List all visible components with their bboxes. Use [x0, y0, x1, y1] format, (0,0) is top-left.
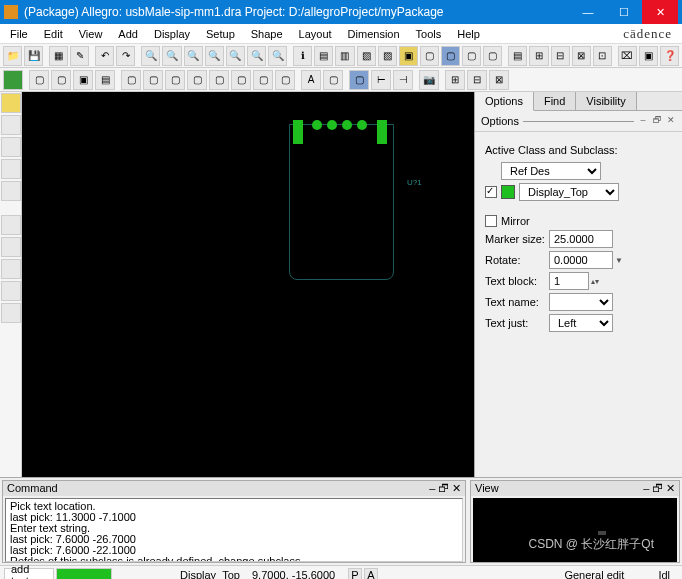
menu-layout[interactable]: Layout: [291, 26, 340, 42]
maximize-button[interactable]: ☐: [606, 0, 642, 24]
tool-icon[interactable]: [1, 237, 21, 257]
open-icon[interactable]: 📁: [3, 46, 22, 66]
command-log[interactable]: Pick text location. last pick: 11.3000 -…: [5, 498, 463, 562]
color-chip[interactable]: [501, 185, 515, 199]
tool-icon[interactable]: ▢: [51, 70, 71, 90]
tool-icon[interactable]: ▧: [357, 46, 376, 66]
status-p-button[interactable]: P: [348, 568, 362, 580]
tool-icon[interactable]: ⊠: [572, 46, 591, 66]
tool-icon[interactable]: [1, 181, 21, 201]
tool-icon[interactable]: ⊠: [489, 70, 509, 90]
panel-close-icon[interactable]: ✕: [452, 482, 461, 495]
tool-icon[interactable]: ▤: [314, 46, 333, 66]
zoom-fit-icon[interactable]: 🔍: [184, 46, 203, 66]
tool-icon[interactable]: [1, 259, 21, 279]
tool-icon[interactable]: ▢: [483, 46, 502, 66]
tool-icon[interactable]: ▢: [323, 70, 343, 90]
minimize-button[interactable]: —: [570, 0, 606, 24]
tool-icon[interactable]: ▣: [399, 46, 418, 66]
tool-icon[interactable]: ▢: [231, 70, 251, 90]
tool-icon[interactable]: ▢: [143, 70, 163, 90]
menu-tools[interactable]: Tools: [408, 26, 450, 42]
tool-icon[interactable]: ⊢: [371, 70, 391, 90]
zoom-in-icon[interactable]: 🔍: [141, 46, 160, 66]
tool-icon[interactable]: ▢: [275, 70, 295, 90]
subclass-select[interactable]: Display_Top: [519, 183, 619, 201]
subclass-checkbox[interactable]: [485, 186, 497, 198]
zoom-icon[interactable]: 🔍: [205, 46, 224, 66]
tool-icon[interactable]: ⊟: [467, 70, 487, 90]
camera-icon[interactable]: 📷: [419, 70, 439, 90]
status-a-button[interactable]: A: [364, 568, 378, 580]
tool-icon[interactable]: ▨: [378, 46, 397, 66]
zoom-icon[interactable]: 🔍: [247, 46, 266, 66]
tab-options[interactable]: Options: [475, 92, 534, 111]
tab-visibility[interactable]: Visibility: [576, 92, 637, 110]
save-icon[interactable]: 💾: [24, 46, 43, 66]
tool-icon[interactable]: ▢: [253, 70, 273, 90]
tool-icon[interactable]: ⌧: [618, 46, 637, 66]
tool-icon[interactable]: ▤: [508, 46, 527, 66]
help-icon[interactable]: ❓: [660, 46, 679, 66]
tool-icon[interactable]: ▢: [349, 70, 369, 90]
panel-min-icon[interactable]: –: [638, 115, 648, 127]
panel-min-icon[interactable]: –: [643, 482, 649, 495]
menu-file[interactable]: File: [2, 26, 36, 42]
text-name-select[interactable]: [549, 293, 613, 311]
tool-icon[interactable]: ▣: [639, 46, 658, 66]
class-select[interactable]: Ref Des: [501, 162, 601, 180]
tool-icon[interactable]: ▦: [49, 46, 68, 66]
panel-float-icon[interactable]: 🗗: [438, 482, 449, 495]
menu-setup[interactable]: Setup: [198, 26, 243, 42]
menu-shape[interactable]: Shape: [243, 26, 291, 42]
menu-add[interactable]: Add: [110, 26, 146, 42]
menu-display[interactable]: Display: [146, 26, 198, 42]
tool-icon[interactable]: [1, 281, 21, 301]
tool-icon[interactable]: ▢: [165, 70, 185, 90]
tool-icon[interactable]: ▣: [73, 70, 93, 90]
zoom-icon[interactable]: 🔍: [226, 46, 245, 66]
tool-icon[interactable]: A: [301, 70, 321, 90]
design-canvas[interactable]: U?1: [22, 92, 474, 477]
view-canvas[interactable]: [473, 498, 677, 562]
menu-help[interactable]: Help: [449, 26, 488, 42]
info-icon[interactable]: ℹ: [293, 46, 312, 66]
panel-float-icon[interactable]: 🗗: [652, 115, 662, 127]
tool-icon[interactable]: [1, 159, 21, 179]
tool-icon[interactable]: [1, 93, 21, 113]
tool-icon[interactable]: [1, 115, 21, 135]
tool-icon[interactable]: ▤: [95, 70, 115, 90]
tool-icon[interactable]: ▢: [462, 46, 481, 66]
mirror-checkbox[interactable]: [485, 215, 497, 227]
tool-icon[interactable]: ✎: [70, 46, 89, 66]
redo-icon[interactable]: ↷: [116, 46, 135, 66]
panel-float-icon[interactable]: 🗗: [652, 482, 663, 495]
panel-close-icon[interactable]: ✕: [666, 482, 675, 495]
status-color[interactable]: [56, 568, 112, 580]
tool-icon[interactable]: [1, 137, 21, 157]
panel-close-icon[interactable]: ✕: [666, 115, 676, 127]
tool-icon[interactable]: ▢: [209, 70, 229, 90]
dropdown-icon[interactable]: ▼: [615, 256, 623, 265]
menu-edit[interactable]: Edit: [36, 26, 71, 42]
tool-icon[interactable]: ▢: [29, 70, 49, 90]
tool-icon[interactable]: ▢: [420, 46, 439, 66]
tool-icon[interactable]: ▢: [121, 70, 141, 90]
panel-min-icon[interactable]: –: [429, 482, 435, 495]
text-block-input[interactable]: [549, 272, 589, 290]
zoom-icon[interactable]: 🔍: [268, 46, 287, 66]
tool-icon[interactable]: ⊞: [445, 70, 465, 90]
line-tool-icon[interactable]: [1, 215, 21, 235]
menu-view[interactable]: View: [71, 26, 111, 42]
undo-icon[interactable]: ↶: [95, 46, 114, 66]
marker-size-input[interactable]: [549, 230, 613, 248]
close-button[interactable]: ✕: [642, 0, 678, 24]
zoom-out-icon[interactable]: 🔍: [162, 46, 181, 66]
tool-icon[interactable]: ⊡: [593, 46, 612, 66]
tool-icon[interactable]: ⊞: [529, 46, 548, 66]
rotate-input[interactable]: [549, 251, 613, 269]
tab-find[interactable]: Find: [534, 92, 576, 110]
spinner-icon[interactable]: ▴▾: [591, 277, 599, 286]
tool-icon[interactable]: ▢: [187, 70, 207, 90]
tool-icon[interactable]: ⊟: [551, 46, 570, 66]
